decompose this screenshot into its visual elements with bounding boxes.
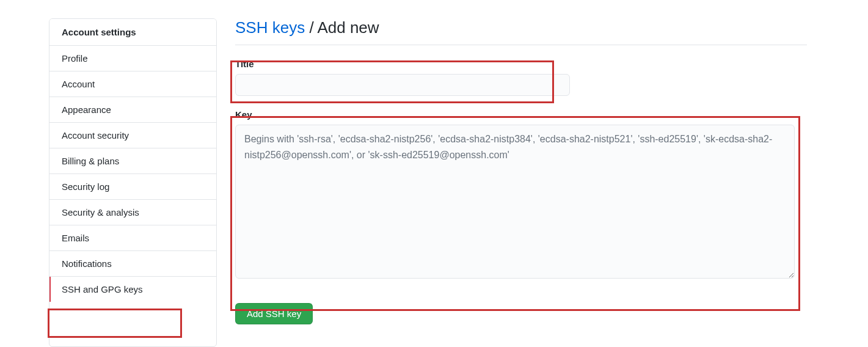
add-ssh-key-button[interactable]: Add SSH key <box>235 303 313 324</box>
heading-sub: Add new <box>317 18 379 37</box>
sidebar-header: Account settings <box>49 19 216 46</box>
sidebar-item-account[interactable]: Account <box>49 71 216 97</box>
settings-sidebar: Account settings Profile Account Appeara… <box>49 18 217 347</box>
key-label: Key <box>235 109 807 120</box>
title-form-group: Title <box>235 59 807 96</box>
heading-separator: / <box>305 18 317 37</box>
sidebar-item-security-log[interactable]: Security log <box>49 174 216 200</box>
sidebar-item-security-analysis[interactable]: Security & analysis <box>49 200 216 225</box>
title-input[interactable] <box>235 74 570 96</box>
sidebar-item-notifications[interactable]: Notifications <box>49 251 216 277</box>
main-content: SSH keys / Add new Title Key Add SSH key <box>217 18 868 347</box>
sidebar-item-ssh-gpg-keys[interactable]: SSH and GPG keys <box>49 277 216 302</box>
sidebar-item-appearance[interactable]: Appearance <box>49 97 216 123</box>
sidebar-item-billing-plans[interactable]: Billing & plans <box>49 148 216 174</box>
ssh-keys-link[interactable]: SSH keys <box>235 18 305 37</box>
key-form-group: Key <box>235 109 807 281</box>
key-textarea[interactable] <box>235 125 795 279</box>
page-heading: SSH keys / Add new <box>235 18 807 45</box>
title-label: Title <box>235 59 807 69</box>
sidebar-item-account-security[interactable]: Account security <box>49 123 216 148</box>
sidebar-item-profile[interactable]: Profile <box>49 46 216 71</box>
sidebar-item-emails[interactable]: Emails <box>49 225 216 251</box>
